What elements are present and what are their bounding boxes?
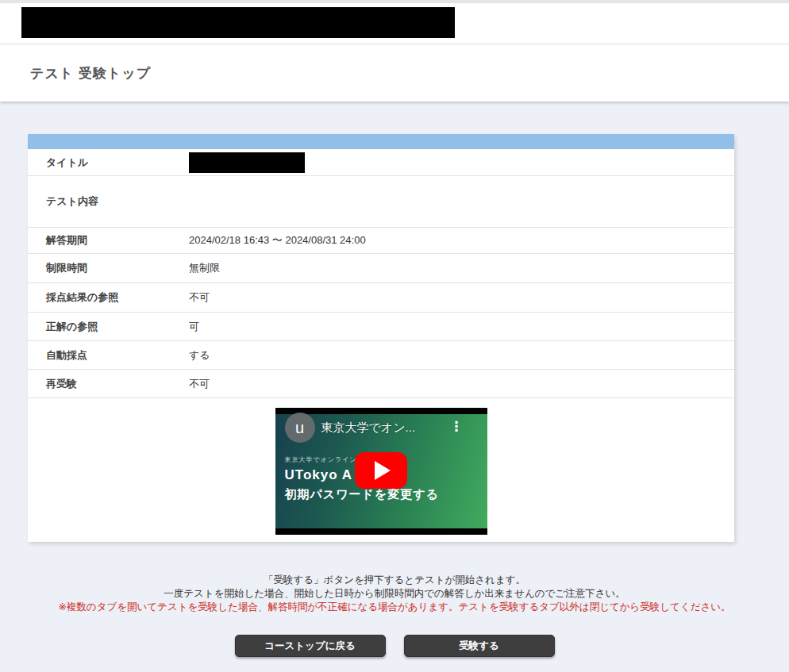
title-band: テスト 受験トップ <box>0 44 789 102</box>
row-value-time-limit: 無制限 <box>189 261 734 275</box>
table-row: テスト内容 <box>28 176 734 228</box>
table-row: 採点結果の参照 不可 <box>28 283 734 313</box>
main-content: タイトル テスト内容 解答期間 2024/02/18 16:43 〜 2024/… <box>0 102 789 657</box>
video-title-link[interactable]: 東京大学でオン... <box>321 420 416 436</box>
redacted-header-info <box>21 7 455 38</box>
kebab-menu-icon[interactable]: ⋮ <box>450 418 464 435</box>
redacted-title-value <box>189 152 305 173</box>
warning-text: ※複数のタブを開いてテストを受験した場合、解答時間が不正確になる場合があります。… <box>0 601 789 614</box>
video-row: 東京大学でオンライン授業 UTokyo A 初期パスワードを変更する u 東京大… <box>28 398 734 542</box>
row-value-correct-answers: 可 <box>189 320 734 334</box>
youtube-play-button[interactable] <box>355 452 407 489</box>
table-row: 解答期間 2024/02/18 16:43 〜 2024/08/31 24:00 <box>28 228 734 254</box>
table-row: 自動採点 する <box>28 341 734 370</box>
table-row: 制限時間 無制限 <box>28 254 734 283</box>
row-label-period: 解答期間 <box>28 233 189 248</box>
row-label-correct-answers: 正解の参照 <box>28 320 189 334</box>
row-value-retake: 不可 <box>189 377 734 391</box>
instructions: 「受験する」ボタンを押下するとテストが開始されます。 一度テストを開始した場合、… <box>0 574 789 614</box>
row-label-title: タイトル <box>28 156 189 170</box>
table-row: 正解の参照 可 <box>28 313 734 341</box>
instruction-line-2: 一度テストを開始した場合、開始した日時から制限時間内での解答しか出来ませんのでご… <box>0 587 789 601</box>
take-test-button[interactable]: 受験する <box>404 635 555 657</box>
row-value-auto-grading: する <box>189 348 734 363</box>
row-label-time-limit: 制限時間 <box>28 261 189 275</box>
table-row: タイトル <box>28 149 734 176</box>
play-triangle-icon <box>375 461 391 480</box>
row-label-grading-results: 採点結果の参照 <box>28 290 189 305</box>
test-info-panel: タイトル テスト内容 解答期間 2024/02/18 16:43 〜 2024/… <box>28 134 734 542</box>
instruction-line-1: 「受験する」ボタンを押下するとテストが開始されます。 <box>0 574 789 587</box>
row-value-period: 2024/02/18 16:43 〜 2024/08/31 24:00 <box>189 233 734 248</box>
table-header-bar <box>28 134 734 149</box>
row-label-auto-grading: 自動採点 <box>28 348 189 363</box>
channel-avatar[interactable]: u <box>285 413 315 443</box>
thumbnail-text-line3: 初期パスワードを変更する <box>285 487 439 502</box>
page-header <box>0 3 789 44</box>
table-row: 再受験 不可 <box>28 370 734 398</box>
action-buttons: コーストップに戻る 受験する <box>0 635 789 657</box>
row-label-content: テスト内容 <box>28 194 189 209</box>
row-value-grading-results: 不可 <box>189 290 734 305</box>
page-title: テスト 受験トップ <box>30 64 151 83</box>
row-label-retake: 再受験 <box>28 377 189 391</box>
youtube-embed[interactable]: 東京大学でオンライン授業 UTokyo A 初期パスワードを変更する u 東京大… <box>275 408 487 535</box>
row-value-title <box>189 152 734 173</box>
back-to-course-top-button[interactable]: コーストップに戻る <box>235 635 386 657</box>
